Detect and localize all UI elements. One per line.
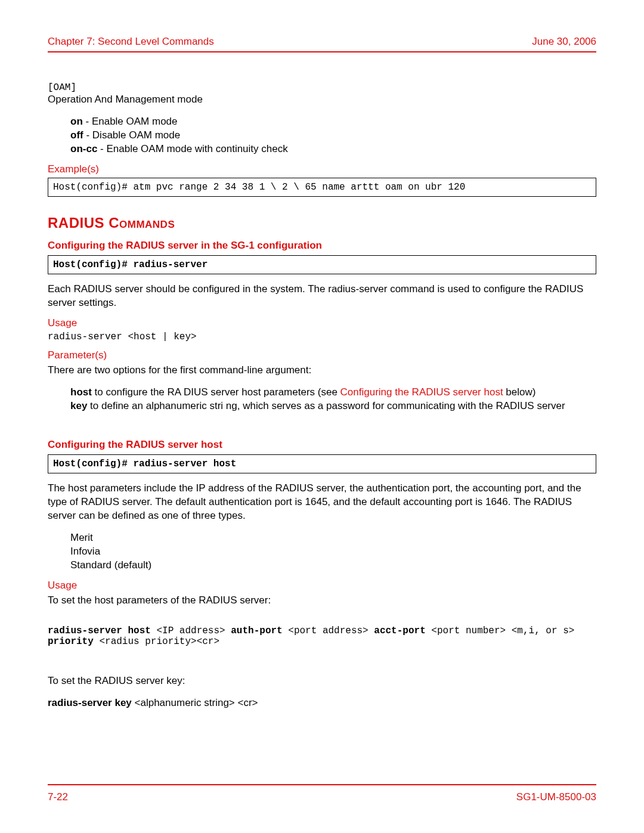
usage2-intro: To set the host parameters of the RADIUS…	[48, 594, 596, 608]
key-intro: To set the RADIUS server key:	[48, 674, 596, 688]
header-chapter: Chapter 7: Second Level Commands	[48, 36, 214, 48]
type-merit: Merit	[70, 531, 596, 545]
link-config-host[interactable]: Configuring the RADIUS server host	[340, 386, 503, 398]
oam-tag: [OAM]	[48, 82, 596, 93]
example-code: Host(config)# atm pvc range 2 34 38 1 \ …	[48, 178, 596, 197]
radius-sub2: Configuring the RADIUS server host	[48, 439, 596, 451]
oam-opt-off: off - Disable OAM mode	[70, 129, 596, 143]
oam-desc: Operation And Management mode	[48, 93, 596, 107]
usage2-syntax: radius-server host <IP address> auth-por…	[48, 625, 596, 647]
header-date: June 30, 2006	[532, 36, 596, 48]
radius-desc1: Each RADIUS server should be configured …	[48, 283, 596, 310]
radius-section-title: RADIUS Commands	[48, 215, 596, 231]
usage1-code: radius-server <host | key>	[48, 332, 596, 342]
radius-desc2: The host parameters include the IP addre…	[48, 482, 596, 523]
type-infovia: Infovia	[70, 545, 596, 559]
page-footer: 7-22 SG1-UM-8500-03	[48, 784, 596, 803]
params-intro: There are two options for the first comm…	[48, 364, 596, 377]
param-key: key to define an alphanumeric stri ng, w…	[70, 400, 596, 413]
radius-cmd2: Host(config)# radius-server host	[48, 454, 596, 473]
key-syntax: radius-server key <alphanumeric string> …	[48, 696, 596, 710]
page-header: Chapter 7: Second Level Commands June 30…	[48, 36, 596, 52]
oam-opt-oncc: on-cc - Enable OAM mode with continuity …	[70, 143, 596, 156]
usage-label-1: Usage	[48, 317, 596, 329]
footer-docid: SG1-UM-8500-03	[516, 791, 596, 803]
radius-sub1: Configuring the RADIUS server in the SG-…	[48, 240, 596, 252]
example-label: Example(s)	[48, 163, 596, 175]
params-label: Parameter(s)	[48, 349, 596, 361]
footer-page: 7-22	[48, 791, 68, 803]
type-standard: Standard (default)	[70, 559, 596, 572]
param-host: host to configure the RA DIUS server hos…	[70, 386, 596, 400]
usage-label-2: Usage	[48, 580, 596, 592]
oam-opt-on: on - Enable OAM mode	[70, 115, 596, 129]
radius-cmd1: Host(config)# radius-server	[48, 255, 596, 274]
